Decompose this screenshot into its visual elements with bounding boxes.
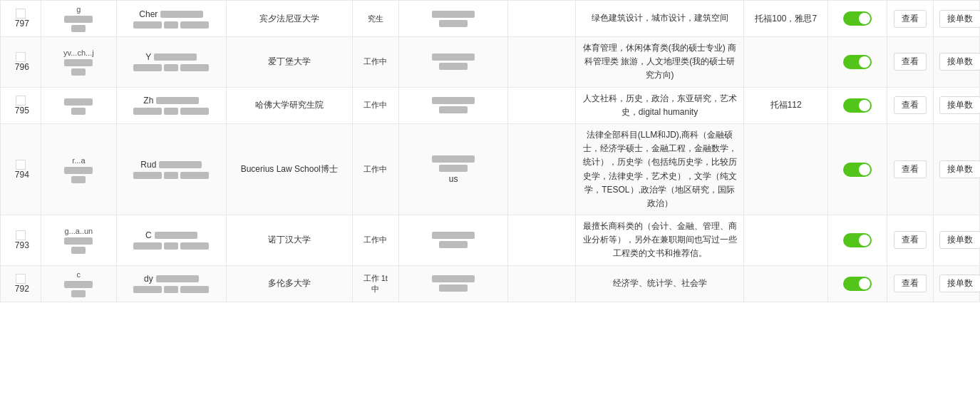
- school-name: 爱丁堡大学: [268, 56, 311, 66]
- row-checkbox[interactable]: [16, 9, 26, 19]
- user2-prefix: Rud: [140, 160, 156, 170]
- order-button[interactable]: 接单数: [939, 53, 980, 71]
- user1-blurred: [64, 167, 93, 174]
- info-blurred2: [439, 106, 468, 113]
- view-button[interactable]: 查看: [894, 275, 927, 292]
- row-id: 792: [15, 284, 29, 294]
- user1-cell: yv...ch...j: [41, 37, 116, 88]
- toggle-switch[interactable]: [843, 11, 872, 26]
- view-btn-cell: 查看: [887, 1, 933, 37]
- info-blurred1: [432, 53, 475, 61]
- status-cell: 工作中: [352, 123, 398, 215]
- info-cell: [398, 215, 508, 266]
- info-cell: [398, 37, 508, 88]
- user1-text: g: [76, 5, 81, 14]
- status-cell: 究生: [352, 1, 398, 37]
- info-blurred1: [432, 275, 475, 282]
- user2-blurred: [160, 11, 203, 18]
- toggle-switch[interactable]: [843, 163, 872, 177]
- row-checkbox[interactable]: [16, 160, 26, 170]
- order-btn-cell: 接单数: [933, 123, 979, 215]
- table-row: 794 r...a Rud: [1, 123, 980, 215]
- order-button[interactable]: 接单数: [939, 96, 980, 114]
- school-name: 哈佛大学研究生院: [255, 100, 324, 110]
- toggle-cell: [828, 215, 887, 266]
- table-row: 793 g...a..un C: [1, 215, 980, 266]
- order-button[interactable]: 接单数: [939, 10, 980, 28]
- order-btn-cell: 接单数: [933, 37, 979, 88]
- order-button[interactable]: 接单数: [939, 160, 980, 178]
- info-blurred1: [432, 97, 475, 104]
- school-cell: 诺丁汉大学: [226, 215, 352, 266]
- user1-blurred: [64, 98, 93, 106]
- toggle-switch[interactable]: [843, 233, 872, 247]
- user1-text: g...a..un: [64, 227, 93, 235]
- view-button[interactable]: 查看: [894, 10, 927, 28]
- toggle-switch[interactable]: [843, 55, 872, 69]
- user1-blurred2: [71, 247, 86, 254]
- user1-blurred2: [71, 68, 86, 76]
- status-text: 工作中: [363, 101, 387, 109]
- user2-prefix: dy: [144, 274, 153, 284]
- user2-blurred2: [133, 108, 162, 115]
- user1-blurred: [64, 59, 93, 66]
- lang-text: 托福100，雅思7: [755, 14, 817, 24]
- toggle-switch[interactable]: [843, 98, 872, 113]
- view-btn-cell: 查看: [887, 37, 933, 88]
- user2-blurred2: [133, 286, 162, 293]
- view-button[interactable]: 查看: [894, 231, 927, 249]
- view-button[interactable]: 查看: [894, 96, 927, 114]
- user1-text: c: [77, 270, 81, 279]
- view-btn-cell: 查看: [887, 215, 933, 266]
- user2-blurred4: [180, 108, 209, 115]
- subjects-cell: 法律全部科目(LLM和JD),商科（金融硕士，经济学硕士，金融工程，金融数学，统…: [575, 123, 743, 215]
- school-name: 宾夕法尼亚大学: [259, 14, 319, 24]
- user2-blurred: [159, 161, 202, 168]
- subjects-text: 人文社科，历史，政治，东亚研究，艺术史，digital humanity: [583, 93, 737, 117]
- user2-cell: Y: [117, 37, 227, 88]
- status-text: 工作中: [363, 235, 387, 244]
- view-button[interactable]: 查看: [894, 53, 927, 71]
- subjects-cell: 经济学、统计学、社会学: [575, 265, 743, 302]
- row-id-cell: 794: [1, 123, 41, 215]
- user1-cell: g...a..un: [41, 215, 116, 266]
- row-checkbox[interactable]: [16, 230, 26, 240]
- user2-blurred4: [180, 286, 209, 293]
- lang-cell: [744, 37, 828, 88]
- order-btn-cell: 接单数: [933, 87, 979, 123]
- view-button[interactable]: 查看: [894, 160, 927, 178]
- row-id: 793: [15, 240, 29, 250]
- extra-cell: [508, 265, 576, 302]
- status-text: 工作中: [363, 165, 387, 173]
- info-cell: [398, 1, 508, 37]
- subjects-text: 体育管理，休闲体育类(我的硕士专业) 商科管理类 旅游，人文地理类(我的硕士研究…: [583, 43, 736, 80]
- toggle-cell: [828, 123, 887, 215]
- user2-blurred: [154, 53, 197, 61]
- extra-cell: [508, 37, 576, 88]
- table-row: 795 Zh 哈佛大: [1, 87, 980, 123]
- order-btn-cell: 接单数: [933, 215, 979, 266]
- user2-blurred3: [164, 64, 178, 71]
- lang-text: 托福112: [770, 100, 802, 110]
- row-id: 795: [15, 106, 29, 116]
- status-text: 究生: [368, 14, 383, 23]
- order-btn-cell: 接单数: [933, 1, 979, 37]
- subjects-text: 经济学、统计学、社会学: [613, 278, 707, 288]
- user2-cell: C: [117, 215, 227, 266]
- row-id: 794: [15, 170, 29, 180]
- row-checkbox[interactable]: [16, 96, 26, 106]
- order-button[interactable]: 接单数: [939, 275, 980, 292]
- user2-blurred3: [164, 286, 178, 293]
- status-cell: 工作中: [352, 37, 398, 88]
- school-cell: 哈佛大学研究生院: [226, 87, 352, 123]
- toggle-switch[interactable]: [843, 277, 872, 291]
- user2-prefix: Y: [145, 52, 151, 62]
- row-checkbox[interactable]: [16, 52, 26, 62]
- user1-blurred: [64, 237, 93, 245]
- order-button[interactable]: 接单数: [939, 231, 980, 249]
- user1-blurred2: [71, 25, 86, 32]
- user1-blurred: [64, 281, 93, 288]
- user2-blurred3: [164, 21, 178, 29]
- row-checkbox[interactable]: [16, 274, 26, 284]
- user2-prefix: C: [145, 230, 152, 240]
